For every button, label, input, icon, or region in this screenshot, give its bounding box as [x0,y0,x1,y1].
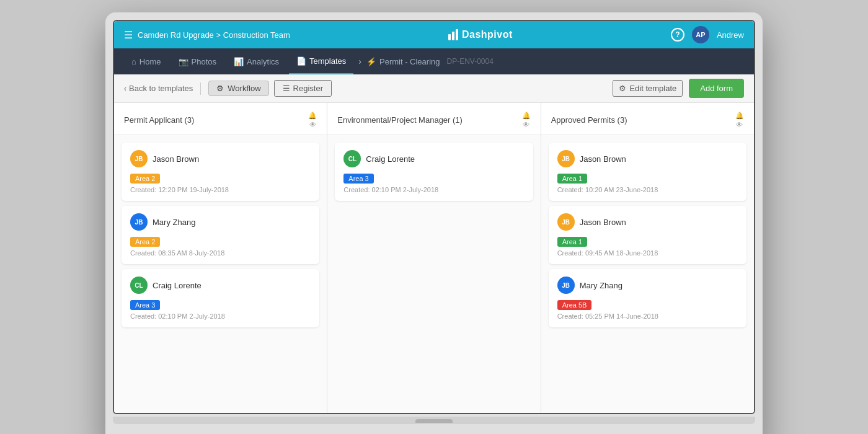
bell-icon[interactable]: 🔔 [308,112,317,120]
register-label: Register [293,84,323,93]
table-row[interactable]: JBMary ZhangArea 5BCreated: 05:25 PM 14-… [549,269,746,327]
column-header-approved-permits: Approved Permits (3)🔔👁 [541,103,754,135]
nav-analytics[interactable]: 📊 Analytics [226,48,286,74]
avatar: JB [557,150,575,167]
area-badge: Area 2 [130,174,160,184]
table-row[interactable]: CLCraig LorenteArea 3Created: 02:10 PM 2… [335,143,533,201]
nav-home-label: Home [140,57,161,66]
permit-name: Permit - Clearing [379,57,440,66]
avatar: JB [130,213,148,231]
back-arrow-icon: ‹ [124,84,126,93]
user-name: Andrew [717,30,744,40]
card-header: CLCraig Lorente [343,150,524,167]
avatar: JB [130,150,148,167]
eye-icon[interactable]: 👁 [736,121,743,128]
logo-text: Dashpivot [462,29,513,40]
area-badge: Area 3 [343,174,373,184]
card-name: Jason Brown [580,154,626,164]
avatar: CL [130,277,148,294]
add-form-button[interactable]: Add form [689,79,744,98]
back-to-templates-link[interactable]: ‹ Back to templates [124,84,193,93]
avatar: CL [343,150,361,167]
register-icon: ☰ [283,84,290,93]
logo: Dashpivot [448,29,513,40]
kanban-column-permit-applicant: Permit Applicant (3)🔔👁JBJason BrownArea … [114,103,327,413]
card-date: Created: 09:45 AM 18-June-2018 [557,249,738,257]
column-icons-approved-permits: 🔔👁 [735,112,744,128]
edit-template-button[interactable]: ⚙ Edit template [613,80,683,97]
nav-analytics-label: Analytics [247,57,279,66]
eye-icon[interactable]: 👁 [523,121,529,128]
nav-photos[interactable]: 📷 Photos [171,48,224,74]
card-header: JBMary Zhang [130,213,311,231]
bell-icon[interactable]: 🔔 [522,112,531,120]
card-header: JBMary Zhang [557,277,738,294]
column-title-approved-permits: Approved Permits (3) [551,115,627,125]
card-date: Created: 08:35 AM 8-July-2018 [130,249,311,257]
permit-icon: ⚡ [366,57,376,66]
nav-home[interactable]: ⌂ Home [124,48,169,74]
cards-container-permit-applicant: JBJason BrownArea 2Created: 12:20 PM 19-… [114,135,327,335]
camera-icon: 📷 [179,57,188,66]
card-name: Jason Brown [153,154,199,164]
nav-templates-label: Templates [309,56,346,66]
table-row[interactable]: JBJason BrownArea 1Created: 09:45 AM 18-… [549,206,746,264]
menu-icon[interactable]: ☰ [124,29,133,41]
kanban-column-approved-permits: Approved Permits (3)🔔👁JBJason BrownArea … [541,103,754,413]
card-date: Created: 02:10 PM 2-July-2018 [343,186,524,193]
workflow-icon: ⚙ [216,84,224,93]
edit-template-label: Edit template [629,84,676,93]
top-breadcrumb: Camden Rd Upgrade > Construction Team [138,30,290,40]
card-date: Created: 12:20 PM 19-July-2018 [130,186,311,193]
area-badge: Area 1 [557,174,587,184]
card-name: Craig Lorente [153,281,202,290]
area-badge: Area 5B [557,300,592,310]
card-header: CLCraig Lorente [130,277,311,294]
kanban-column-env-project-manager: Environmental/Project Manager (1)🔔👁CLCra… [327,103,541,413]
workflow-label: Workflow [228,84,260,93]
card-name: Jason Brown [580,218,626,227]
help-button[interactable]: ? [671,28,684,42]
table-row[interactable]: CLCraig LorenteArea 3Created: 02:10 PM 2… [122,269,319,327]
avatar: JB [557,213,575,231]
card-name: Craig Lorente [366,154,415,164]
gear-icon: ⚙ [619,84,626,93]
table-row[interactable]: JBJason BrownArea 2Created: 12:20 PM 19-… [122,143,319,201]
table-row[interactable]: JBJason BrownArea 1Created: 10:20 AM 23-… [549,143,746,201]
area-badge: Area 2 [130,237,160,247]
table-row[interactable]: JBMary ZhangArea 2Created: 08:35 AM 8-Ju… [122,206,319,264]
user-avatar: AP [692,26,709,43]
area-badge: Area 1 [557,237,587,247]
back-label: Back to templates [129,84,193,93]
column-icons-env-project-manager: 🔔👁 [522,112,531,128]
eye-icon[interactable]: 👁 [309,121,316,128]
logo-icon [448,29,458,40]
register-button[interactable]: ☰ Register [274,80,332,97]
column-header-env-project-manager: Environmental/Project Manager (1)🔔👁 [327,103,540,135]
nav-templates[interactable]: 📄 Templates [289,48,353,74]
nav-separator: › [356,56,364,66]
workflow-button[interactable]: ⚙ Workflow [208,81,268,96]
nav-photos-label: Photos [192,57,216,66]
file-icon: 📄 [296,56,306,66]
column-header-permit-applicant: Permit Applicant (3)🔔👁 [114,103,327,135]
card-date: Created: 02:10 PM 2-July-2018 [130,312,311,320]
permit-code: DP-ENV-0004 [447,57,494,66]
bell-icon[interactable]: 🔔 [735,112,744,120]
column-title-env-project-manager: Environmental/Project Manager (1) [337,115,463,125]
avatar: JB [557,277,575,294]
toolbar-divider [200,82,201,95]
chart-icon: 📊 [234,57,244,66]
permit-breadcrumb: ⚡ Permit - Clearing DP-ENV-0004 [366,57,494,66]
card-name: Mary Zhang [580,281,622,290]
column-icons-permit-applicant: 🔔👁 [308,112,317,128]
cards-container-approved-permits: JBJason BrownArea 1Created: 10:20 AM 23-… [541,135,754,335]
card-header: JBJason Brown [557,213,738,231]
cards-container-env-project-manager: CLCraig LorenteArea 3Created: 02:10 PM 2… [327,135,540,208]
card-date: Created: 05:25 PM 14-June-2018 [557,312,738,320]
home-icon: ⌂ [131,57,136,66]
card-date: Created: 10:20 AM 23-June-2018 [557,186,738,193]
column-title-permit-applicant: Permit Applicant (3) [124,115,194,125]
card-header: JBJason Brown [557,150,738,167]
card-header: JBJason Brown [130,150,311,167]
